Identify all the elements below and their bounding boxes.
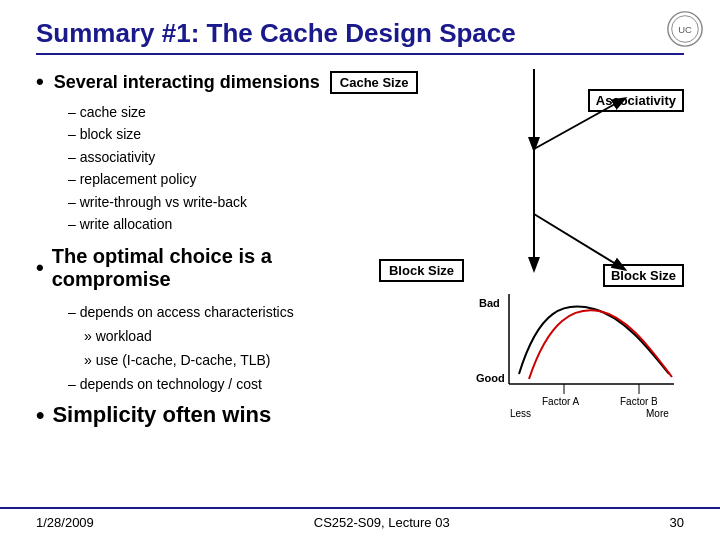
university-logo: UC [666,10,704,48]
svg-text:UC: UC [678,24,692,35]
block-size-badge: Block Size [379,259,464,282]
list-item: block size [68,123,464,145]
footer: 1/28/2009 CS252-S09, Lecture 03 30 [0,507,720,530]
bullet3-label: Simplicity often wins [52,402,271,428]
svg-line-4 [534,99,624,149]
list-item: workload [84,325,464,349]
svg-text:Less: Less [510,408,531,419]
slide: UC Summary #1: The Cache Design Space Se… [0,0,720,540]
list-item: write-through vs write-back [68,191,464,213]
cache-size-badge: Cache Size [330,71,419,94]
list-item: cache size [68,101,464,123]
list-item: use (I-cache, D-cache, TLB) [84,349,464,373]
svg-text:Bad: Bad [479,297,500,309]
left-column: Several interacting dimensions Cache Siz… [36,69,474,429]
footer-course: CS252-S09, Lecture 03 [314,515,450,530]
content-area: Several interacting dimensions Cache Siz… [36,69,684,429]
svg-text:Factor A: Factor A [542,396,580,407]
sub-sub-list: workload use (I-cache, D-cache, TLB) [84,325,464,373]
svg-text:Good: Good [476,372,505,384]
performance-graph: Bad Good Factor A Factor B Less [474,289,684,419]
right-diagram: Associativity Block Size [474,69,684,429]
bullet2-label: The optimal choice is a compromise [52,245,361,291]
svg-text:Factor B: Factor B [620,396,658,407]
sub-list1: cache size block size associativity repl… [68,101,464,235]
bullet1: Several interacting dimensions Cache Siz… [36,69,464,95]
list-item: depends on technology / cost [68,373,464,397]
footer-date: 1/28/2009 [36,515,94,530]
list-item: write allocation [68,213,464,235]
sub-list2: depends on access characteristics worklo… [68,301,464,396]
graph-area: Bad Good Factor A Factor B Less [474,289,684,419]
svg-line-6 [534,214,624,269]
list-item: depends on access characteristics worklo… [68,301,464,372]
bullet1-label: Several interacting dimensions [54,72,320,93]
footer-page: 30 [670,515,684,530]
bullet3: Simplicity often wins [36,401,464,429]
slide-title: Summary #1: The Cache Design Space [36,18,684,55]
svg-text:More: More [646,408,669,419]
list-item: replacement policy [68,168,464,190]
bullet2: The optimal choice is a compromise [36,245,361,291]
list-item: associativity [68,146,464,168]
